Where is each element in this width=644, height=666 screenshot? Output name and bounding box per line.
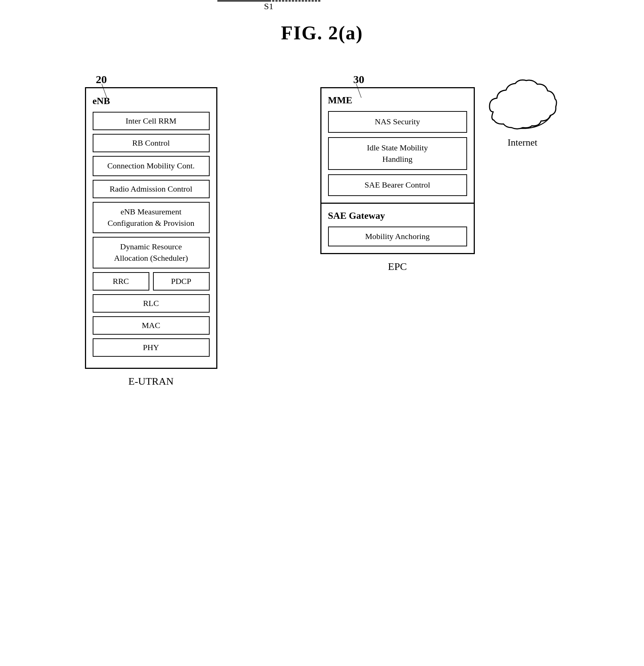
internet-cloud: Internet [486, 73, 559, 132]
epc-boxes: MME NAS Security Idle State Mobility Han… [320, 87, 475, 254]
e-utran-label: E-UTRAN [128, 375, 174, 387]
rrc-pdcp-row: RRC PDCP [93, 272, 210, 291]
nas-security-box: NAS Security [328, 111, 467, 133]
rb-control-box: RB Control [93, 134, 210, 152]
mac-box: MAC [93, 316, 210, 335]
mme-label: MME [328, 95, 467, 106]
internet-label: Internet [486, 137, 559, 148]
radio-admission-box: Radio Admission Control [93, 180, 210, 198]
s1-label: S1 [264, 1, 273, 11]
enb-label: eNB [93, 96, 210, 107]
rrc-box: RRC [93, 272, 149, 291]
s1-line-left [217, 0, 269, 1]
rlc-box: RLC [93, 294, 210, 313]
inter-cell-rrm-box: Inter Cell RRM [93, 112, 210, 130]
page-title: FIG. 2(a) [0, 0, 644, 44]
mme-ref-number: 30 [353, 73, 364, 86]
phy-box: PHY [93, 338, 210, 357]
enb-outer-box: eNB Inter Cell RRM RB Control Connection… [85, 87, 217, 369]
sae-bearer-box: SAE Bearer Control [328, 174, 467, 196]
idle-state-box: Idle State Mobility Handling [328, 137, 467, 170]
conn-mobility-box: Connection Mobility Cont. [93, 156, 210, 176]
enb-section: 20 eNB Inter Cell RRM RB Control Connect… [85, 73, 217, 387]
dynamic-resource-box: Dynamic Resource Allocation (Scheduler) [93, 237, 210, 268]
epc-label: EPC [388, 261, 407, 273]
sae-gateway-box: SAE Gateway Mobility Anchoring [320, 204, 475, 254]
internet-section: Internet [482, 73, 559, 204]
enb-measurement-box: eNB Measurement Configuration & Provisio… [93, 202, 210, 234]
cloud-svg [486, 73, 559, 132]
sae-gateway-label: SAE Gateway [328, 210, 467, 221]
pdcp-box: PDCP [153, 272, 210, 291]
mme-outer-box: MME NAS Security Idle State Mobility Han… [320, 87, 475, 204]
mobility-anchoring-box: Mobility Anchoring [328, 227, 467, 246]
enb-ref-number: 20 [96, 73, 107, 86]
s1-line-dashed [269, 0, 320, 1]
epc-section: 30 MME NAS Security Idle State Mobility … [320, 73, 475, 273]
